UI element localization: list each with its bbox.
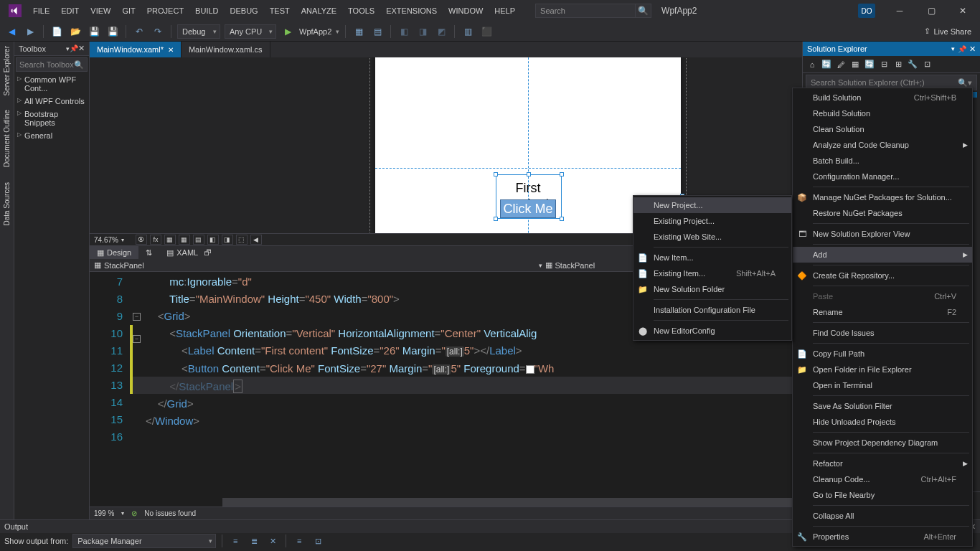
menu-debug[interactable]: DEBUG bbox=[225, 4, 264, 18]
pin-icon[interactable]: 📌 bbox=[958, 45, 966, 53]
menu-file[interactable]: FILE bbox=[27, 4, 55, 18]
close-icon[interactable]: ✕ bbox=[969, 44, 976, 54]
start-target[interactable]: WpfApp2 bbox=[299, 27, 331, 36]
save-all-icon[interactable]: 💾 bbox=[105, 24, 120, 39]
menu-item[interactable]: Configuration Manager... bbox=[793, 169, 972, 184]
zoom-pct[interactable]: 199 % bbox=[94, 509, 114, 517]
menu-item[interactable]: Go to File Nearby bbox=[793, 487, 972, 503]
menu-item[interactable]: 📄New Item... bbox=[633, 250, 791, 265]
new-project-icon[interactable]: 📄 bbox=[50, 24, 64, 39]
tb-icon[interactable]: 🔄 bbox=[863, 58, 876, 71]
zoom-btn-4[interactable]: ▦ bbox=[179, 235, 190, 245]
menu-item[interactable]: Installation Configuration File bbox=[633, 302, 791, 318]
tb-icon-1[interactable]: ▦ bbox=[352, 24, 366, 39]
rail-data-sources[interactable]: Data Sources bbox=[3, 182, 11, 226]
menu-help[interactable]: HELP bbox=[489, 4, 521, 18]
menu-item[interactable]: Existing Web Site... bbox=[633, 229, 791, 245]
menu-item[interactable]: Show Project Dependency Diagram bbox=[793, 435, 972, 451]
zoom-btn-6[interactable]: ◧ bbox=[207, 235, 219, 245]
tb-icon-5[interactable]: ◩ bbox=[434, 24, 448, 39]
zoom-btn-3[interactable]: ▦ bbox=[164, 235, 176, 245]
zoom-level[interactable]: 74.67% bbox=[94, 236, 118, 244]
zoom-btn-7[interactable]: ◨ bbox=[222, 235, 233, 245]
home-icon[interactable]: ⌂ bbox=[806, 58, 819, 71]
bc-left[interactable]: StackPanel bbox=[104, 261, 144, 270]
minimize-button[interactable]: ─ bbox=[885, 1, 914, 20]
menu-test[interactable]: TEST bbox=[264, 4, 296, 18]
save-icon[interactable]: 💾 bbox=[87, 24, 101, 39]
zoom-btn-2[interactable]: fx bbox=[150, 235, 161, 245]
menu-item[interactable]: RenameF2 bbox=[793, 304, 972, 320]
menu-window[interactable]: WINDOW bbox=[443, 4, 489, 18]
menu-item[interactable]: Cleanup Code...Ctrl+Alt+F bbox=[793, 471, 972, 487]
menu-item[interactable]: 📁New Solution Folder bbox=[633, 281, 791, 297]
menu-item[interactable]: 🗔New Solution Explorer View bbox=[793, 226, 972, 242]
menu-item[interactable]: New Project... bbox=[633, 197, 791, 213]
document-tab[interactable]: MainWindow.xaml*✕ bbox=[90, 42, 182, 57]
menu-analyze[interactable]: ANALYZE bbox=[296, 4, 342, 18]
xaml-tab[interactable]: ▤XAML🗗 bbox=[159, 246, 219, 259]
tb-icon[interactable]: ▦ bbox=[849, 58, 862, 71]
menu-item[interactable]: Find Code Issues bbox=[793, 325, 972, 341]
solution-context-menu[interactable]: Build SolutionCtrl+Shift+BRebuild Soluti… bbox=[792, 88, 973, 547]
toolbox-group[interactable]: General bbox=[14, 129, 89, 142]
zoom-btn-8[interactable]: ⬚ bbox=[236, 235, 248, 245]
global-search-input[interactable]: Search bbox=[535, 4, 636, 18]
tb-icon-3[interactable]: ◧ bbox=[397, 24, 411, 39]
tb-icon[interactable]: ⊡ bbox=[311, 534, 325, 548]
bc-right[interactable]: StackPanel bbox=[555, 261, 595, 270]
menu-item[interactable]: Restore NuGet Packages bbox=[793, 205, 972, 221]
platform-dropdown[interactable]: Any CPU bbox=[225, 24, 276, 39]
document-tab[interactable]: MainWindow.xaml.cs bbox=[182, 42, 270, 57]
close-tab-icon[interactable]: ✕ bbox=[168, 46, 174, 54]
live-share-button[interactable]: ⇪Live Share bbox=[924, 27, 971, 36]
close-icon[interactable]: ✕ bbox=[78, 44, 85, 53]
tb-icon[interactable]: ⊞ bbox=[892, 58, 905, 71]
wrench-icon[interactable]: 🔧 bbox=[906, 58, 919, 71]
nav-back-icon[interactable]: ◀ bbox=[4, 24, 19, 39]
tb-icon[interactable]: ⊟ bbox=[877, 58, 890, 71]
menu-item[interactable]: Open in Terminal bbox=[793, 377, 972, 393]
menu-item[interactable]: Rebuild Solution bbox=[793, 105, 972, 121]
menu-view[interactable]: VIEW bbox=[85, 4, 116, 18]
menu-item[interactable]: 📁Open Folder in File Explorer bbox=[793, 362, 972, 377]
menu-item[interactable]: Batch Build... bbox=[793, 153, 972, 169]
close-button[interactable]: ✕ bbox=[948, 1, 977, 20]
menu-item[interactable]: ⬤New EditorConfig bbox=[633, 323, 791, 339]
toolbox-group[interactable]: All WPF Controls bbox=[14, 95, 89, 108]
tb-icon[interactable]: ≣ bbox=[247, 534, 261, 548]
dropdown-icon[interactable]: ▾ bbox=[951, 45, 955, 52]
tb-icon-2[interactable]: ▤ bbox=[370, 24, 385, 39]
zoom-btn-9[interactable]: ◀ bbox=[250, 235, 262, 245]
design-tab[interactable]: ▦Design bbox=[90, 246, 138, 259]
rail-document-outline[interactable]: Document Outline bbox=[3, 110, 11, 167]
redo-icon[interactable]: ↷ bbox=[151, 24, 165, 39]
undo-icon[interactable]: ↶ bbox=[132, 24, 146, 39]
menu-item[interactable]: 📦Manage NuGet Packages for Solution... bbox=[793, 189, 972, 205]
menu-item[interactable]: 📄Existing Item...Shift+Alt+A bbox=[633, 265, 791, 281]
menu-item[interactable]: Build SolutionCtrl+Shift+B bbox=[793, 90, 972, 105]
menu-item[interactable]: Refactor▶ bbox=[793, 456, 972, 471]
menu-item[interactable]: Clean Solution bbox=[793, 121, 972, 137]
tb-icon-6[interactable]: ▥ bbox=[461, 24, 475, 39]
menu-item[interactable]: 📄Copy Full Path bbox=[793, 346, 972, 362]
menu-item[interactable]: 🔶Create Git Repository... bbox=[793, 268, 972, 283]
start-icon[interactable]: ▶ bbox=[281, 24, 295, 39]
output-source-dropdown[interactable]: Package Manager bbox=[72, 534, 216, 548]
open-icon[interactable]: 📂 bbox=[68, 24, 83, 39]
issues-text[interactable]: No issues found bbox=[144, 509, 196, 517]
nav-fwd-icon[interactable]: ▶ bbox=[23, 24, 37, 39]
config-dropdown[interactable]: Debug bbox=[177, 24, 220, 39]
tb-icon[interactable]: ≡ bbox=[228, 534, 242, 548]
tb-icon-7[interactable]: ⬛ bbox=[479, 24, 494, 39]
menu-item[interactable]: 🔧PropertiesAlt+Enter bbox=[793, 529, 972, 545]
tb-icon-4[interactable]: ◨ bbox=[415, 24, 430, 39]
toolbox-group[interactable]: Bootstrap Snippets bbox=[14, 108, 89, 129]
menu-tools[interactable]: TOOLS bbox=[342, 4, 380, 18]
zoom-btn-1[interactable]: ⦿ bbox=[136, 235, 147, 245]
menu-edit[interactable]: EDIT bbox=[55, 4, 85, 18]
maximize-button[interactable]: ▢ bbox=[917, 1, 946, 20]
pin-icon[interactable]: 📌 bbox=[70, 44, 78, 52]
menu-git[interactable]: GIT bbox=[116, 4, 141, 18]
add-submenu[interactable]: New Project...Existing Project...Existin… bbox=[633, 195, 792, 341]
